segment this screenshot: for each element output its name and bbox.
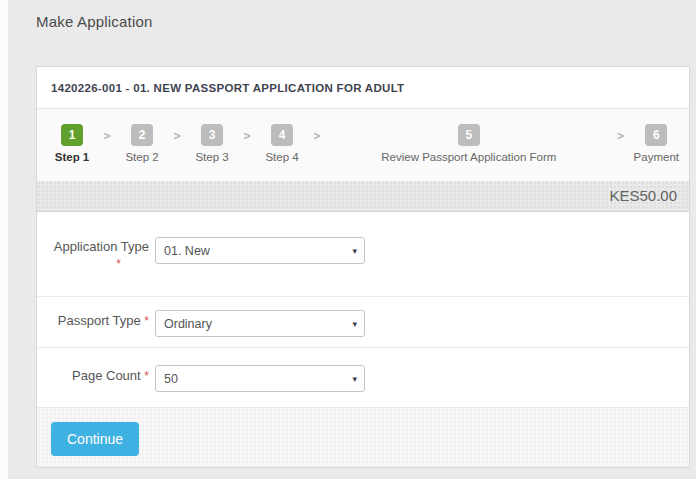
- wizard-steps: 1 Step 1 > 2 Step 2 > 3 Step 3 > 4 Step …: [37, 109, 689, 181]
- required-asterisk: *: [37, 257, 149, 271]
- step-3-label: Step 3: [195, 151, 228, 163]
- application-type-row: Application Type * 01. New ▾: [37, 212, 689, 297]
- chevron-right-icon: >: [234, 124, 260, 143]
- chevron-right-icon: >: [304, 124, 330, 143]
- panel-footer: Continue: [37, 407, 689, 467]
- application-type-label: Application Type *: [37, 212, 149, 296]
- page-title: Make Application: [36, 13, 153, 30]
- step-1: 1 Step 1: [50, 124, 94, 163]
- chevron-right-icon: >: [94, 124, 120, 143]
- application-type-value: 01. New: [164, 244, 210, 258]
- step-4: 4 Step 4: [260, 124, 304, 163]
- step-4-badge: 4: [271, 124, 293, 146]
- required-asterisk: *: [144, 314, 149, 328]
- caret-down-icon: ▾: [352, 319, 357, 329]
- chevron-right-icon: >: [608, 124, 634, 143]
- step-1-label: Step 1: [55, 151, 90, 163]
- fee-amount: KES50.00: [609, 187, 677, 204]
- step-6: 6 Payment: [634, 124, 679, 163]
- application-type-select[interactable]: 01. New ▾: [155, 237, 365, 264]
- step-2-label: Step 2: [125, 151, 158, 163]
- caret-down-icon: ▾: [352, 246, 357, 256]
- step-2: 2 Step 2: [120, 124, 164, 163]
- step-5: 5 Review Passport Application Form: [330, 124, 608, 163]
- page-count-label: Page Count *: [37, 348, 149, 407]
- application-panel: 1420226-001 - 01. NEW PASSPORT APPLICATI…: [36, 66, 690, 468]
- step-2-badge: 2: [131, 124, 153, 146]
- page-count-value: 50: [164, 372, 178, 386]
- passport-type-select[interactable]: Ordinary ▾: [155, 310, 365, 337]
- page-count-row: Page Count * 50 ▾: [37, 348, 689, 407]
- chevron-right-icon: >: [164, 124, 190, 143]
- step-5-label: Review Passport Application Form: [381, 151, 556, 163]
- step-5-badge: 5: [458, 124, 480, 146]
- step-3: 3 Step 3: [190, 124, 234, 163]
- page-count-select[interactable]: 50 ▾: [155, 365, 365, 392]
- passport-type-row: Passport Type * Ordinary ▾: [37, 297, 689, 348]
- panel-header: 1420226-001 - 01. NEW PASSPORT APPLICATI…: [37, 67, 689, 109]
- caret-down-icon: ▾: [352, 374, 357, 384]
- passport-type-label: Passport Type *: [37, 297, 149, 347]
- page-left-gutter: [0, 0, 8, 479]
- step-3-badge: 3: [201, 124, 223, 146]
- passport-type-value: Ordinary: [164, 317, 212, 331]
- required-asterisk: *: [144, 369, 149, 383]
- application-form: Application Type * 01. New ▾ Passport Ty…: [37, 212, 689, 407]
- continue-button[interactable]: Continue: [51, 422, 139, 456]
- step-6-label: Payment: [634, 151, 679, 163]
- fee-bar: KES50.00: [37, 181, 689, 212]
- step-1-badge: 1: [61, 124, 83, 146]
- application-reference-title: 1420226-001 - 01. NEW PASSPORT APPLICATI…: [51, 82, 404, 94]
- step-4-label: Step 4: [265, 151, 298, 163]
- step-6-badge: 6: [645, 124, 667, 146]
